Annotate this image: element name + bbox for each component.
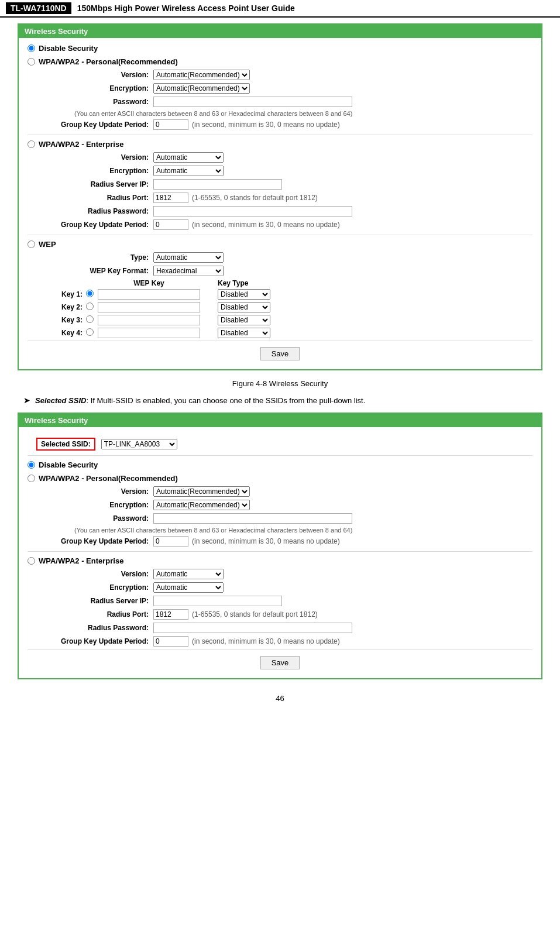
radius-ip-input[interactable] [153,179,282,190]
p2-ent-encryption-select[interactable]: Automatic TKIP AES [153,582,224,593]
panel1-header: Wireless Security [19,25,541,38]
divider1 [28,135,532,135]
key1-radio[interactable] [86,290,94,297]
p2-ent-version-select[interactable]: Automatic WPA WPA2 [153,569,224,579]
bullet-term: Selected SSID [35,396,86,405]
save-button-1[interactable]: Save [260,347,300,360]
key2-radio[interactable] [86,303,94,310]
wep-form: Type: Automatic Open System Shared Key W… [51,252,532,338]
panel2-header: Wireless Security [19,414,541,427]
p2-radius-pwd-label: Radius Password: [51,624,153,632]
p2-radius-port-input[interactable] [153,609,188,620]
version-select[interactable]: Automatic(Recommended) WPA WPA2 [153,70,250,80]
p2-ent-encryption-select-wrapper: Automatic TKIP AES [153,582,224,593]
disable-security-radio[interactable] [28,44,35,52]
p2-ent-group-key-input[interactable] [153,636,188,647]
p2-ent-version-row: Version: Automatic WPA WPA2 [51,569,532,579]
p2-divider1 [28,551,532,552]
key3-radio[interactable] [86,315,94,323]
radius-ip-label: Radius Server IP: [51,180,153,188]
wep-type-select-wrapper: Automatic Open System Shared Key [153,252,224,263]
ent-encryption-select[interactable]: Automatic TKIP AES [153,166,224,176]
radius-pwd-row: Radius Password: [51,206,532,217]
save-button-2[interactable]: Save [260,656,300,669]
wep-key-header: WEP Key [98,279,200,287]
p2-radius-pwd-input-wrapper [153,623,352,633]
key2-input[interactable] [98,302,200,312]
wep-format-select[interactable]: Hexadecimal ASCII [153,266,224,276]
p2-radius-ip-input[interactable] [153,596,282,606]
p2-version-select-wrapper: Automatic(Recommended) WPA WPA2 [153,486,250,497]
wireless-security-panel-1: Wireless Security Disable Security WPA/W… [18,23,542,370]
ent-group-key-label: Group Key Update Period: [51,221,153,229]
group-key-hint: (in second, minimum is 30, 0 means no up… [192,121,340,129]
model-label: TL-WA7110ND [6,2,71,14]
p2-ent-version-label: Version: [51,570,153,578]
wpa-personal-row: WPA/WPA2 - Personal(Recommended) [28,57,532,66]
p2-disable-security-radio[interactable] [28,461,35,469]
wep-type-select[interactable]: Automatic Open System Shared Key [153,252,224,263]
key4-radio[interactable] [86,328,94,336]
p2-wpa-enterprise-label: WPA/WPA2 - Enterprise [39,556,123,565]
radius-port-input-wrapper [153,193,188,203]
radius-pwd-label: Radius Password: [51,207,153,215]
p2-wpa-personal-radio[interactable] [28,475,35,482]
p2-encryption-select-wrapper: Automatic(Recommended) TKIP AES [153,500,250,510]
wpa-enterprise-row: WPA/WPA2 - Enterprise [28,140,532,149]
page-title: 150Mbps High Power Wireless Access Point… [77,4,295,13]
key2-type-select[interactable]: Disabled 64bit 128bit 152bit [218,302,270,312]
wep-type-row: Type: Automatic Open System Shared Key [51,252,532,263]
radius-port-input[interactable] [153,193,188,203]
wpa-personal-radio[interactable] [28,58,35,66]
wep-key-row-4: Key 4: Disabled 64bit 128bit 152bit [51,328,532,338]
ent-encryption-select-wrapper: Automatic TKIP AES [153,166,224,176]
disable-security-row: Disable Security [28,44,532,53]
group-key-input[interactable] [153,119,188,130]
p2-password-input[interactable] [153,513,352,524]
wpa-enterprise-radio[interactable] [28,140,35,148]
bullet-description: : If Multi-SSID is enabled, you can choo… [86,396,365,405]
version-row: Version: Automatic(Recommended) WPA WPA2 [51,70,532,80]
p2-radius-pwd-input[interactable] [153,623,352,633]
key1-label: Key 1: [51,290,86,298]
wep-keys-header: WEP Key Key Type [51,279,532,287]
p2-disable-security-label: Disable Security [39,461,98,469]
version-label: Version: [51,71,153,79]
key4-input[interactable] [98,328,200,338]
p2-version-select[interactable]: Automatic(Recommended) WPA WPA2 [153,486,250,497]
p2-encryption-select[interactable]: Automatic(Recommended) TKIP AES [153,500,250,510]
p2-wpa-personal-row: WPA/WPA2 - Personal(Recommended) [28,474,532,483]
selected-ssid-select-wrapper: TP-LINK_AA8003 [101,439,177,449]
key2-label: Key 2: [51,303,86,311]
key3-label: Key 3: [51,316,86,324]
key1-input[interactable] [98,289,200,300]
p2-group-key-input[interactable] [153,536,188,547]
radius-pwd-input[interactable] [153,206,352,217]
ent-group-key-input[interactable] [153,219,188,230]
ent-group-key-hint: (in second, minimum is 30, 0 means no up… [192,221,340,229]
save-row-2: Save [28,650,532,672]
key4-type-select[interactable]: Disabled 64bit 128bit 152bit [218,328,270,338]
key1-type-select[interactable]: Disabled 64bit 128bit 152bit [218,289,270,300]
password-input[interactable] [153,97,352,107]
key-type-header: Key Type [218,279,248,287]
group-key-row: Group Key Update Period: (in second, min… [51,119,532,130]
ent-version-select[interactable]: Automatic WPA WPA2 [153,152,224,163]
p2-ent-group-key-hint: (in second, minimum is 30, 0 means no up… [192,637,340,645]
key3-input[interactable] [98,315,200,325]
encryption-row: Encryption: Automatic(Recommended) TKIP … [51,83,532,94]
encryption-select[interactable]: Automatic(Recommended) TKIP AES [153,83,250,94]
wpa-personal-form: Version: Automatic(Recommended) WPA WPA2… [51,70,532,130]
key3-type-select[interactable]: Disabled 64bit 128bit 152bit [218,315,270,325]
ent-group-key-input-wrapper [153,219,188,230]
panel1-body: Disable Security WPA/WPA2 - Personal(Rec… [19,38,541,369]
wpa-enterprise-form: Version: Automatic WPA WPA2 Encryption: … [51,152,532,230]
key2-type-wrapper: Disabled 64bit 128bit 152bit [218,302,270,312]
save-row-1: Save [28,341,532,363]
wep-radio[interactable] [28,240,35,248]
selected-ssid-select[interactable]: TP-LINK_AA8003 [101,439,177,449]
wep-row: WEP [28,240,532,249]
p2-wpa-enterprise-radio[interactable] [28,557,35,565]
p2-radius-ip-row: Radius Server IP: [51,596,532,606]
password-label: Password: [51,98,153,106]
